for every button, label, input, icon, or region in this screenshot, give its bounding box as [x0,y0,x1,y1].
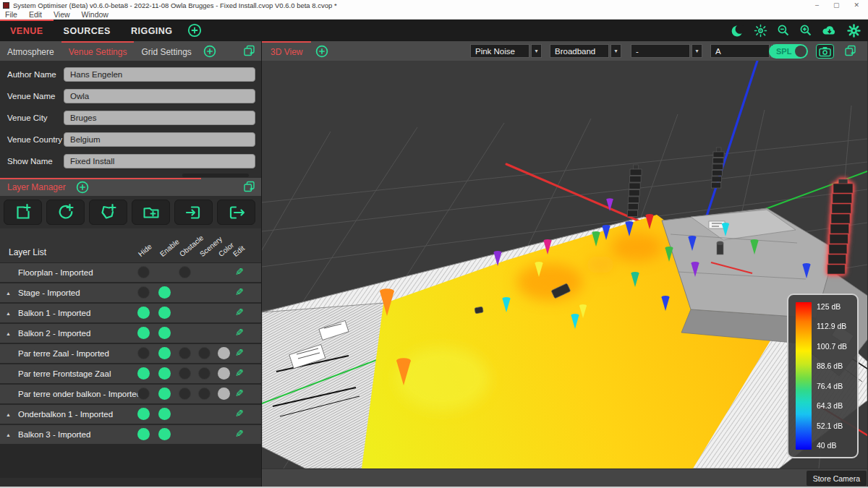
cloud-download-icon[interactable] [822,24,838,37]
hide-toggle[interactable] [137,367,150,380]
nav-tab-sources[interactable]: SOURCES [54,20,121,41]
hide-toggle[interactable] [137,266,150,278]
nav-tab-venue[interactable]: VENUE [0,20,54,41]
speaker-array[interactable] [712,147,725,188]
scenery-toggle[interactable] [198,367,210,380]
layer-row[interactable]: ▲Stage - Imported✎ [0,283,261,302]
menu-file[interactable]: File [5,10,17,19]
hide-toggle[interactable] [137,388,150,400]
tab-grid-settings[interactable]: Grid Settings [134,41,198,61]
field-input-venue-city[interactable] [64,111,255,125]
enable-toggle[interactable] [158,388,171,400]
edit-layer-icon[interactable]: ✎ [235,347,244,359]
obstacle-toggle[interactable] [179,367,191,380]
add-polygon-layer-button[interactable] [89,200,127,225]
edit-layer-icon[interactable]: ✎ [235,286,244,298]
layer-row[interactable]: ▲Balkon 3 - Imported✎ [0,425,261,444]
color-toggle[interactable] [218,347,230,359]
hide-toggle[interactable] [137,286,150,299]
enable-toggle[interactable] [158,408,171,420]
color-toggle[interactable] [218,367,230,380]
signal-dropdown[interactable]: Pink Noise ▾ [470,44,542,58]
tab-3d-view[interactable]: 3D View [262,41,311,61]
export-layer-button[interactable] [217,200,255,225]
add-tab-button[interactable] [203,41,216,61]
duplicate-view-icon[interactable] [844,45,856,60]
field-input-author-name[interactable] [64,67,255,82]
add-view-button[interactable] [315,45,328,58]
stage-cylinder[interactable] [717,241,723,254]
add-layer-group-button[interactable] [132,200,170,225]
spl-toggle[interactable]: SPL [769,44,808,59]
scenery-toggle[interactable] [198,388,210,400]
edit-layer-icon[interactable]: ✎ [235,388,244,399]
expand-triangle-icon[interactable]: ▲ [6,291,11,296]
field-input-venue-country[interactable] [64,132,255,147]
dark-mode-moon-icon[interactable] [731,24,744,38]
expand-triangle-icon[interactable]: ▲ [6,311,11,316]
edit-layer-icon[interactable]: ✎ [235,307,244,318]
layer-row[interactable]: Par terre Zaal - Imported✎ [0,344,261,363]
field-input-venue-name[interactable] [64,89,255,103]
edit-layer-icon[interactable]: ✎ [235,327,244,338]
close-button[interactable]: ✕ [854,0,859,10]
add-layer-tab-button[interactable] [76,181,89,194]
settings-gear-icon[interactable] [847,24,861,38]
store-camera-button[interactable]: Store Camera [807,471,867,486]
filter-dropdown-value[interactable]: - [631,44,690,58]
layer-row[interactable]: ▲Balkon 2 - Imported✎ [0,324,261,343]
hide-toggle[interactable] [137,307,150,319]
field-input-show-name[interactable] [64,154,255,168]
layer-row[interactable]: ▲Balkon 1 - Imported✎ [0,304,261,322]
chevron-down-icon[interactable]: ▾ [610,44,621,58]
enable-toggle[interactable] [158,286,171,299]
enable-toggle[interactable] [158,307,171,319]
spl-toggle-knob[interactable] [795,46,807,57]
obstacle-toggle[interactable] [179,266,191,278]
layer-row[interactable]: Floorplan - Imported✎ [0,263,261,282]
menu-view[interactable]: View [54,10,70,19]
weighting-dropdown-value[interactable]: A [710,44,770,58]
hide-toggle[interactable] [137,428,150,440]
hide-toggle[interactable] [137,347,150,359]
tab-atmosphere[interactable]: Atmosphere [0,41,61,61]
signal-dropdown-value[interactable]: Pink Noise [470,44,529,58]
layer-row[interactable]: ▲Onderbalkon 1 - Imported✎ [0,405,261,424]
layer-row[interactable]: Par terre onder balkon - Imported✎ [0,385,261,403]
zoom-in-icon[interactable] [799,24,812,37]
enable-toggle[interactable] [158,428,171,440]
obstacle-toggle[interactable] [179,347,191,359]
speaker-array[interactable] [628,165,642,217]
chevron-down-icon[interactable]: ▾ [692,44,702,58]
menu-edit[interactable]: Edit [29,10,42,19]
duplicate-panel-icon[interactable] [243,45,255,60]
3d-scene[interactable]: 175 261 [262,61,867,468]
chevron-down-icon[interactable]: ▾ [531,44,542,58]
expand-triangle-icon[interactable]: ▲ [6,432,11,437]
filter-dropdown[interactable]: - ▾ [631,44,702,58]
zoom-out-icon[interactable] [777,24,790,37]
bandwidth-dropdown[interactable]: Broadband ▾ [550,44,621,58]
hide-toggle[interactable] [137,408,150,420]
enable-toggle[interactable] [158,367,171,380]
hide-toggle[interactable] [137,327,150,339]
enable-toggle[interactable] [158,347,171,359]
menu-window[interactable]: Window [82,10,109,19]
scenery-toggle[interactable] [198,347,210,359]
duplicate-layer-panel-icon[interactable] [243,181,255,196]
edit-layer-icon[interactable]: ✎ [235,367,244,379]
tab-venue-settings[interactable]: Venue Settings [61,41,135,61]
horizontal-scrollbar[interactable] [182,174,249,177]
edit-layer-icon[interactable]: ✎ [235,428,244,440]
import-layer-button[interactable] [174,200,213,225]
expand-triangle-icon[interactable]: ▲ [6,331,11,336]
edit-layer-icon[interactable]: ✎ [235,266,244,278]
add-layer-button[interactable] [4,200,42,225]
edit-layer-icon[interactable]: ✎ [235,408,244,419]
layer-manager-title[interactable]: Layer Manager [7,182,66,192]
add-circle-layer-button[interactable] [46,200,85,225]
bandwidth-dropdown-value[interactable]: Broadband [550,44,609,58]
expand-triangle-icon[interactable]: ▲ [6,412,11,417]
enable-toggle[interactable] [158,327,171,339]
floor-speaker-box[interactable] [475,307,483,314]
